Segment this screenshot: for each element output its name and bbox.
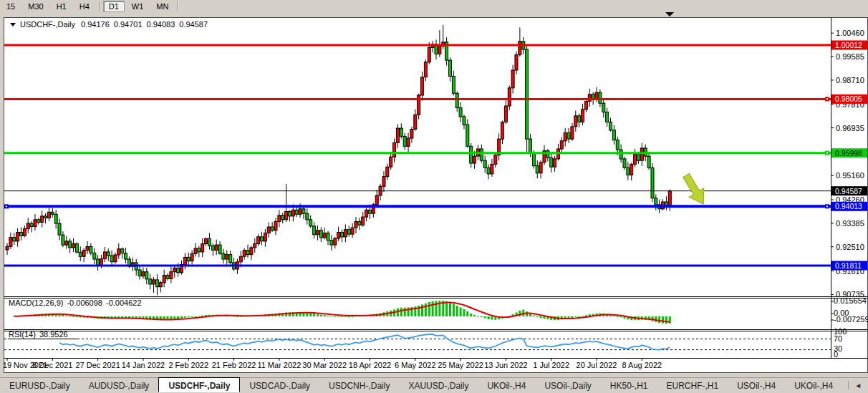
chart-tabs: EURUSD-,DailyAUDUSD-,DailyUSDCHF-,DailyU… xyxy=(0,377,868,392)
tab-separator xyxy=(848,381,849,389)
svg-text:0.96935: 0.96935 xyxy=(836,124,864,132)
svg-text:1.00012: 1.00012 xyxy=(835,41,862,49)
svg-text:70: 70 xyxy=(834,334,842,343)
svg-text:21 Feb 2022: 21 Feb 2022 xyxy=(212,361,256,369)
macd-label: MACD(12,26,9)-0.006098-0.004622 xyxy=(9,299,142,307)
svg-text:8 Aug 2022: 8 Aug 2022 xyxy=(622,361,662,369)
svg-text:0.94587: 0.94587 xyxy=(835,187,862,195)
svg-text:27 Dec 2021: 27 Dec 2021 xyxy=(75,361,120,369)
chart-tab-ukoil-h4[interactable]: UKOil-,H4 xyxy=(478,378,535,392)
svg-text:11 Mar 2022: 11 Mar 2022 xyxy=(257,361,301,369)
scroll-to-end-marker[interactable] xyxy=(665,12,674,16)
svg-text:0: 0 xyxy=(834,350,838,359)
symbol-label: USDCHF-,Daily xyxy=(20,20,76,29)
svg-text:0.95160: 0.95160 xyxy=(836,171,864,180)
svg-text:0.94013: 0.94013 xyxy=(835,202,862,210)
chart-frame xyxy=(4,18,868,373)
svg-text:1 Jul 2022: 1 Jul 2022 xyxy=(533,361,569,369)
svg-text:0.98005: 0.98005 xyxy=(835,94,862,103)
mt4-window: 15M30H1H4D1W1MN 1.004600.995850.987100.9… xyxy=(0,0,868,393)
chart-tab-usdcad-daily[interactable]: USDCAD-,Daily xyxy=(240,378,319,392)
svg-text:0.015654: 0.015654 xyxy=(834,296,867,305)
svg-text:0.98710: 0.98710 xyxy=(836,76,864,84)
svg-text:30 Mar 2022: 30 Mar 2022 xyxy=(302,361,347,369)
chart-tab-audusd-daily[interactable]: AUDUSD-,Daily xyxy=(79,378,159,392)
chart-tab-usdchf-daily[interactable]: USDCHF-,Daily xyxy=(158,377,240,392)
chart-tab-hk50-h1[interactable]: HK50-,H1 xyxy=(601,378,657,392)
chart-area[interactable]: 1.004600.995850.987100.978100.969350.951… xyxy=(0,0,868,393)
tab-scroll-left-icon[interactable]: ◄ xyxy=(854,382,862,389)
svg-text:14 Jan 2022: 14 Jan 2022 xyxy=(122,361,165,369)
tab-scroll-controls: ◄► xyxy=(842,378,868,392)
chart-tab-usoil-daily[interactable]: USOil-,Daily xyxy=(535,378,600,392)
svg-text:0.99585: 0.99585 xyxy=(836,52,864,61)
svg-text:0.92510: 0.92510 xyxy=(836,243,864,251)
svg-text:8 Dec 2021: 8 Dec 2021 xyxy=(32,361,72,369)
svg-text:-0.007259: -0.007259 xyxy=(834,315,868,324)
chart-tab-usdcnh-daily[interactable]: USDCNH-,Daily xyxy=(319,378,399,392)
svg-text:25 May 2022: 25 May 2022 xyxy=(438,361,483,369)
svg-text:0.95998: 0.95998 xyxy=(835,149,862,157)
svg-text:0.91811: 0.91811 xyxy=(835,261,862,270)
chart-tab-xauusd-daily[interactable]: XAUUSD-,Daily xyxy=(399,378,478,392)
svg-text:6 May 2022: 6 May 2022 xyxy=(395,361,435,369)
svg-text:18 Apr 2022: 18 Apr 2022 xyxy=(349,361,391,369)
chart-tab-eurchf-h1[interactable]: EURCHF-,H1 xyxy=(657,378,728,392)
svg-text:2 Feb 2022: 2 Feb 2022 xyxy=(168,361,208,369)
chart-tab-eurusd-daily[interactable]: EURUSD-,Daily xyxy=(0,378,79,392)
svg-text:20 Jul 2022: 20 Jul 2022 xyxy=(577,361,617,369)
svg-text:0.93385: 0.93385 xyxy=(836,219,864,228)
svg-text:13 Jun 2022: 13 Jun 2022 xyxy=(484,361,528,369)
svg-text:1.00460: 1.00460 xyxy=(836,29,864,37)
chart-tab-ukoil-h4[interactable]: UKOil-,H4 xyxy=(785,378,842,392)
chart-tab-usoil-h4[interactable]: USOil-,H4 xyxy=(728,378,785,392)
